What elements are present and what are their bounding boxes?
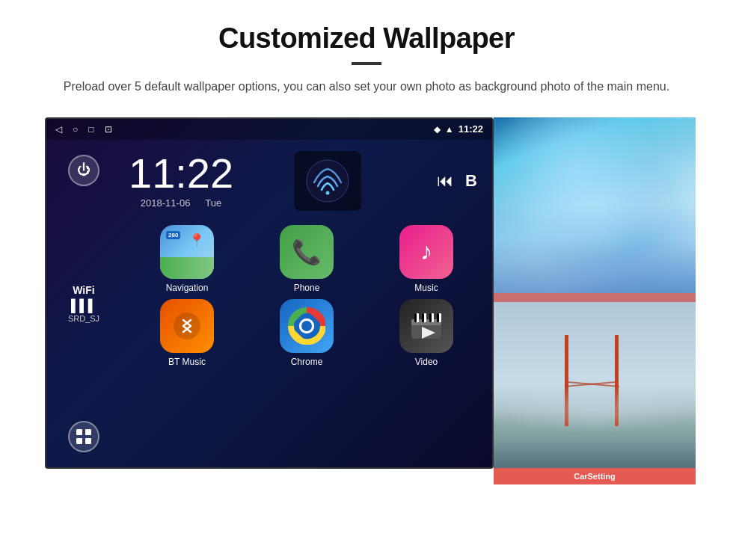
chrome-icon (280, 299, 334, 353)
chrome-label: Chrome (291, 357, 323, 367)
title-divider (352, 62, 381, 65)
svg-point-5 (326, 191, 330, 194)
app-item-navigation[interactable]: 280 📍 Navigation (130, 225, 244, 293)
chrome-logo-icon (288, 307, 325, 345)
video-label: Video (415, 357, 438, 367)
app-item-chrome[interactable]: Chrome (250, 299, 364, 367)
music-icon: ♪ (399, 225, 453, 279)
svg-point-4 (307, 160, 349, 202)
phone-label: Phone (294, 283, 320, 293)
car-setting-label: CarSetting (574, 472, 616, 481)
clock-block: 11:22 2018-11-06 Tue (129, 153, 233, 209)
wifi-bars-icon: ▌▌▌ (68, 299, 99, 313)
clapboard-icon (410, 312, 443, 340)
phone-handset-icon: 📞 (292, 238, 322, 266)
bt-music-label: BT Music (168, 357, 206, 367)
clock-area: 11:22 2018-11-06 Tue (121, 140, 492, 222)
media-widget (294, 151, 361, 211)
signal-icon: ▲ (445, 124, 454, 135)
power-button[interactable]: ⏻ (68, 155, 99, 186)
bluetooth-icon (172, 311, 202, 341)
svg-point-10 (301, 321, 312, 331)
center-area: 11:22 2018-11-06 Tue (121, 140, 492, 467)
bt-music-icon (160, 299, 214, 353)
wifi-label: WiFi (68, 284, 99, 296)
page-container: Customized Wallpaper Preload over 5 defa… (0, 0, 733, 499)
navigation-label: Navigation (166, 283, 209, 293)
page-subtitle: Preload over 5 default wallpaper options… (45, 77, 688, 96)
nav-badge: 280 (166, 231, 180, 239)
android-screen: ◁ ○ □ ⊡ ◆ ▲ 11:22 ⏻ WiFi ▌▌ (45, 117, 494, 469)
status-bar: ◁ ○ □ ⊡ ◆ ▲ 11:22 (46, 119, 492, 140)
recents-icon[interactable]: □ (88, 124, 93, 135)
right-panel: CarSetting (494, 117, 696, 484)
wifi-info: WiFi ▌▌▌ SRD_SJ (68, 284, 99, 323)
svg-rect-0 (76, 429, 82, 435)
svg-rect-1 (85, 429, 91, 435)
status-time: 11:22 (458, 123, 483, 135)
status-bar-right: ◆ ▲ 11:22 (434, 123, 483, 135)
navigation-icon: 280 📍 (160, 225, 214, 279)
letter-b-display: B (465, 171, 477, 191)
wifi-music-icon (305, 159, 350, 203)
wifi-ssid: SRD_SJ (68, 314, 99, 323)
wallpaper-preview-ice[interactable] (494, 117, 696, 293)
video-icon (399, 299, 453, 353)
home-icon[interactable]: ○ (73, 124, 78, 135)
svg-rect-20 (437, 313, 439, 322)
svg-rect-3 (85, 438, 91, 444)
wallpaper-preview-bridge[interactable] (494, 302, 696, 468)
screen-content: ⏻ WiFi ▌▌▌ SRD_SJ (46, 140, 492, 467)
clock-date: 2018-11-06 Tue (141, 197, 221, 209)
back-icon[interactable]: ◁ (55, 124, 62, 135)
app-item-phone[interactable]: 📞 Phone (250, 225, 364, 293)
app-item-music[interactable]: ♪ Music (369, 225, 483, 293)
svg-rect-2 (76, 438, 82, 444)
svg-rect-16 (422, 313, 424, 322)
clock-time: 11:22 (129, 153, 233, 194)
app-item-video[interactable]: Video (369, 299, 483, 367)
day-value: Tue (205, 197, 221, 209)
screenshot-icon[interactable]: ⊡ (105, 124, 112, 135)
nav-pin-icon: 📍 (188, 233, 205, 249)
page-title: Customized Wallpaper (45, 22, 688, 55)
music-label: Music (414, 283, 438, 293)
media-controls: ⏮ B (437, 171, 477, 191)
app-item-bt-music[interactable]: BT Music (130, 299, 244, 367)
screen-wrapper: ◁ ○ □ ⊡ ◆ ▲ 11:22 ⏻ WiFi ▌▌ (45, 117, 688, 484)
location-icon: ◆ (434, 124, 441, 135)
svg-point-6 (174, 313, 200, 339)
svg-rect-18 (429, 313, 432, 322)
date-value: 2018-11-06 (141, 197, 191, 209)
svg-rect-14 (414, 313, 417, 322)
music-strip (494, 293, 696, 302)
phone-icon: 📞 (280, 225, 334, 279)
left-sidebar: ⏻ WiFi ▌▌▌ SRD_SJ (46, 140, 121, 467)
car-setting-strip: CarSetting (494, 468, 696, 484)
apps-grid-button[interactable] (68, 421, 99, 452)
status-bar-left: ◁ ○ □ ⊡ (55, 124, 112, 135)
app-grid: 280 📍 Navigation 📞 Phone (121, 222, 492, 373)
music-note-icon: ♪ (420, 238, 432, 265)
prev-track-button[interactable]: ⏮ (437, 171, 453, 191)
